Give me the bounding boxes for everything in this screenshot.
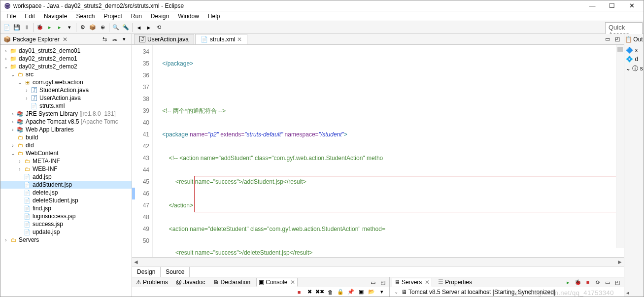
code-editor[interactable]: 34 35 36 37 38 39 40 41 42 43 44 45 46 4…: [132, 45, 624, 257]
editor-tab-struts-xml[interactable]: 📄struts.xml✕: [195, 34, 247, 44]
tree-servers[interactable]: ›🗀Servers: [0, 236, 132, 244]
menu-file[interactable]: File: [2, 12, 20, 21]
tree-java-file[interactable]: ›🄹UserAction.java: [0, 94, 132, 102]
scroll-lock-icon[interactable]: 🔒: [336, 288, 345, 297]
minimize-editor-icon[interactable]: ▭: [603, 34, 612, 43]
new-class-icon[interactable]: ⊕: [98, 23, 107, 32]
tab-servers[interactable]: 🖥Servers✕: [392, 278, 432, 287]
remove-all-icon[interactable]: ✖✖: [315, 288, 324, 297]
forward-icon[interactable]: ►: [144, 23, 153, 32]
tab-console[interactable]: ▣Console✕: [256, 278, 298, 287]
menu-edit[interactable]: Edit: [21, 12, 39, 21]
tree-jsp-file[interactable]: 📄delete.jsp: [0, 189, 132, 197]
close-view-icon[interactable]: ✕: [290, 279, 295, 286]
editor-tab-useraction[interactable]: 🄹UserAction.java: [134, 34, 194, 44]
tree-folder[interactable]: 🗀build: [0, 133, 132, 141]
tree-java-file[interactable]: ›🄹StudentAction.java: [0, 86, 132, 94]
debug-server-icon[interactable]: 🐞: [574, 278, 582, 287]
tab-design[interactable]: Design: [132, 267, 161, 277]
pin-icon[interactable]: ⟲: [154, 23, 163, 32]
tree-jsp-file[interactable]: 📄loginsuccess.jsp: [0, 212, 132, 220]
close-view-icon[interactable]: ✕: [425, 279, 430, 286]
scroll-right-icon[interactable]: ►: [616, 259, 624, 265]
view-menu-icon[interactable]: ▾: [120, 35, 129, 44]
clear-console-icon[interactable]: 🗑: [326, 288, 335, 297]
tree-tomcat-lib[interactable]: ›📚Apache Tomcat v8.5 [Apache Tomc: [0, 118, 132, 126]
tree-folder[interactable]: ›🗀META-INF: [0, 157, 132, 165]
tree-jsp-file[interactable]: 📄addStudent.jsp: [0, 181, 132, 189]
vertical-scrollbar[interactable]: [616, 45, 624, 248]
tree-jsp-file[interactable]: 📄add.jsp: [0, 173, 132, 181]
back-icon[interactable]: ◄: [135, 23, 143, 32]
tree-project[interactable]: ⌄📁day02_struts2_demo2: [0, 63, 132, 70]
menu-navigate[interactable]: Navigate: [40, 12, 71, 21]
minimize-view-icon[interactable]: ▭: [603, 278, 612, 287]
run-last-icon[interactable]: ▸: [55, 23, 64, 32]
menu-project[interactable]: Project: [100, 12, 126, 21]
collapse-all-icon[interactable]: ⇆: [100, 35, 109, 44]
display-selected-icon[interactable]: ▣: [357, 288, 366, 297]
tree-package[interactable]: ⌄⊞com.gyf.web.action: [0, 78, 132, 86]
save-icon[interactable]: 💾: [12, 23, 21, 32]
close-view-icon[interactable]: ✕: [63, 36, 68, 43]
menu-design[interactable]: Design: [147, 12, 173, 21]
link-editor-icon[interactable]: ⫘: [110, 35, 119, 44]
server-item-label[interactable]: Tomcat v8.5 Server at localhost [Startin…: [408, 289, 555, 296]
tree-jsp-file[interactable]: 📄deleteStudent.jsp: [0, 197, 132, 204]
open-console-icon[interactable]: 📂: [367, 288, 376, 297]
tree-jsp-file[interactable]: 📄find.jsp: [0, 204, 132, 212]
tree-xml-file[interactable]: 📄struts.xml: [0, 102, 132, 110]
stop-server-icon[interactable]: ■: [583, 278, 592, 287]
outline-expand-icon[interactable]: ⌄ ⓘ s: [626, 65, 643, 73]
menu-run[interactable]: Run: [127, 12, 146, 21]
outline-item-x[interactable]: 🔷 x: [626, 47, 638, 54]
maximize-view-icon[interactable]: ◰: [378, 278, 387, 287]
chevron-down-icon[interactable]: ⌄: [393, 289, 400, 295]
new-package-icon[interactable]: 📦: [88, 23, 97, 32]
tree-folder[interactable]: ›🗀WEB-INF: [0, 165, 132, 173]
tree-folder[interactable]: ›🗀dtd: [0, 141, 132, 149]
new-icon[interactable]: 📄: [2, 23, 11, 32]
outline-tab[interactable]: 📋Out: [624, 35, 644, 44]
maximize-view-icon[interactable]: ◰: [613, 278, 622, 287]
search-icon[interactable]: 🔦: [121, 23, 130, 32]
tree-project[interactable]: ›📁day02_struts2_demo1: [0, 55, 132, 63]
tree-webcontent[interactable]: ⌄🗀WebContent: [0, 149, 132, 157]
tree-jsp-file[interactable]: 📄success.jsp: [0, 220, 132, 228]
outline-scroll-left-icon[interactable]: ◄: [624, 289, 631, 297]
remove-launch-icon[interactable]: ✖: [305, 288, 314, 297]
open-type-icon[interactable]: 🔍: [111, 23, 120, 32]
maximize-editor-icon[interactable]: ◰: [613, 34, 622, 43]
code-content[interactable]: </package> <!-- 两个*的通配符合 --> <package na…: [153, 45, 624, 257]
start-server-icon[interactable]: ▸: [564, 278, 573, 287]
minimize-view-icon[interactable]: ▭: [369, 278, 377, 287]
tab-source[interactable]: Source: [161, 267, 190, 277]
close-button[interactable]: ✕: [625, 2, 639, 9]
tab-problems[interactable]: ⚠Problems: [134, 278, 170, 286]
console-menu-icon[interactable]: ▾: [377, 288, 386, 297]
horizontal-scrollbar[interactable]: ◄ ►: [132, 257, 624, 266]
terminate-icon[interactable]: ■: [295, 288, 304, 297]
coverage-icon[interactable]: ▾: [65, 23, 74, 32]
tab-properties[interactable]: ☰Properties: [436, 278, 474, 286]
menu-help[interactable]: Help: [204, 12, 224, 21]
minimize-button[interactable]: —: [585, 2, 599, 9]
scroll-left-icon[interactable]: ◄: [132, 259, 140, 265]
close-tab-icon[interactable]: ✕: [237, 36, 242, 43]
new-server-icon[interactable]: ⚙: [78, 23, 87, 32]
tree-project[interactable]: ›📁day01_struts2_demo01: [0, 47, 132, 55]
tree-lib[interactable]: ›📚Web App Libraries: [0, 126, 132, 133]
tree-src[interactable]: ⌄🗀src: [0, 70, 132, 78]
tab-javadoc[interactable]: @Javadoc: [174, 278, 207, 286]
debug-icon[interactable]: 🐞: [35, 23, 44, 32]
outline-item-d[interactable]: 💠 d: [626, 56, 638, 63]
menu-window[interactable]: Window: [174, 12, 203, 21]
project-tree[interactable]: ›📁day01_struts2_demo01 ›📁day02_struts2_d…: [0, 45, 132, 297]
tree-jre[interactable]: ›📚JRE System Library [jre1.8.0_131]: [0, 110, 132, 118]
maximize-button[interactable]: ☐: [605, 2, 619, 9]
publish-server-icon[interactable]: ⟳: [593, 278, 602, 287]
tab-declaration[interactable]: 🗎Declaration: [211, 278, 253, 286]
save-all-icon[interactable]: ⫴: [22, 23, 31, 32]
tree-jsp-file[interactable]: 📄update.jsp: [0, 228, 132, 236]
pin-console-icon[interactable]: 📌: [346, 288, 355, 297]
